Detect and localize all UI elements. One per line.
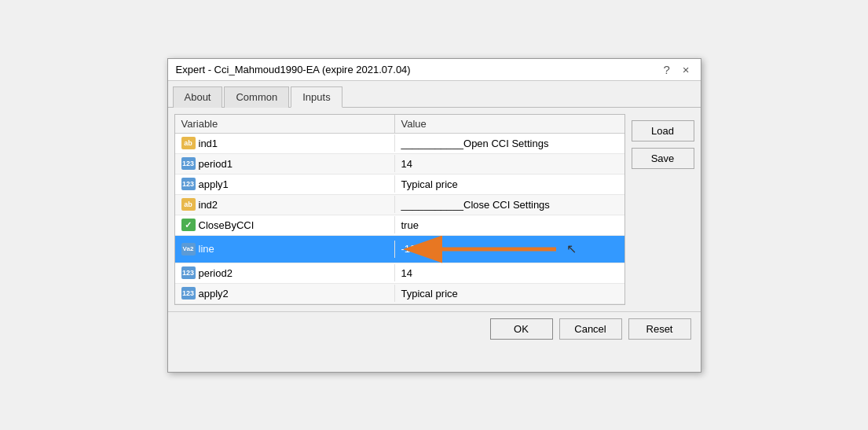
help-button[interactable]: ? [660,64,672,75]
variable-name: line [199,243,214,255]
table-row[interactable]: ab ind2 ___________Close CCI Settings [175,195,624,215]
variable-name: ind1 [199,138,218,149]
cell-value: -100.0 ↖ [395,236,624,263]
numeric-icon: 123 [181,287,196,300]
variable-name: CloseByCCI [199,219,255,231]
cell-value: ___________Open CCI Settings [395,135,624,152]
table-row[interactable]: 123 period1 14 [175,154,624,175]
tab-inputs[interactable]: Inputs [291,86,342,108]
dialog-title: Expert - Cci_Mahmoud1990-EA (expire 2021… [176,64,411,75]
reset-button[interactable]: Reset [628,318,691,340]
cell-variable: 123 period1 [175,155,395,172]
bottom-bar: OK Cancel Reset [168,311,701,346]
tab-common[interactable]: Common [224,86,289,108]
bool-icon: ✓ [181,219,196,231]
table-body[interactable]: ab ind1 ___________Open CCI Settings 123… [175,134,624,304]
var-icon: Va2 [181,243,196,255]
cell-value: true [395,217,624,233]
variable-name: period1 [199,158,233,170]
dialog: Expert - Cci_Mahmoud1990-EA (expire 2021… [167,58,701,373]
tab-about[interactable]: About [173,86,223,108]
table-row-selected[interactable]: Va2 line -100.0 [175,236,624,263]
title-bar: Expert - Cci_Mahmoud1990-EA (expire 2021… [168,59,701,81]
tab-content: Variable Value ab ind1 ___________Open C… [168,108,701,311]
cursor-icon: ↖ [566,241,577,256]
cell-variable: ab ind2 [175,196,395,213]
table-row[interactable]: 123 apply2 Typical price [175,284,624,304]
cell-value-text: -100.0 [401,243,430,255]
cell-variable: 123 apply1 [175,175,395,193]
table-row[interactable]: ab ind1 ___________Open CCI Settings [175,134,624,154]
inputs-table: Variable Value ab ind1 ___________Open C… [174,114,625,305]
cell-value: 14 [395,265,624,281]
variable-name: apply2 [199,288,229,300]
table-row[interactable]: 123 period2 14 [175,263,624,284]
cell-value: ___________Close CCI Settings [395,197,624,213]
col-value-header: Value [395,115,624,133]
side-buttons: Load Save [632,114,694,305]
load-button[interactable]: Load [632,120,694,141]
cell-value: Typical price [395,176,624,193]
cell-variable: 123 period2 [175,264,395,281]
variable-name: apply1 [199,178,229,190]
annotation-arrow [434,238,560,260]
col-variable-header: Variable [175,115,395,133]
cell-value: Typical price [395,285,624,302]
title-bar-controls: ? × [660,64,692,75]
close-button[interactable]: × [679,64,693,75]
table-header: Variable Value [175,115,624,134]
cell-variable: Va2 line [175,241,395,258]
numeric-icon: 123 [181,178,196,190]
cell-variable: ab ind1 [175,134,395,152]
cell-variable: 123 apply2 [175,285,395,302]
table-row[interactable]: ✓ CloseByCCI true [175,215,624,236]
ab-icon: ab [181,137,196,149]
variable-name: period2 [199,267,233,279]
ok-button[interactable]: OK [490,318,553,340]
save-button[interactable]: Save [632,148,694,169]
numeric-icon: 123 [181,266,196,279]
tab-bar: About Common Inputs [168,81,701,108]
variable-name: ind2 [199,199,218,211]
table-row[interactable]: 123 apply1 Typical price [175,175,624,195]
cancel-button[interactable]: Cancel [559,318,622,340]
ab-icon: ab [181,198,196,211]
numeric-icon: 123 [181,157,196,170]
cell-value: 14 [395,156,624,172]
cell-variable: ✓ CloseByCCI [175,216,395,233]
